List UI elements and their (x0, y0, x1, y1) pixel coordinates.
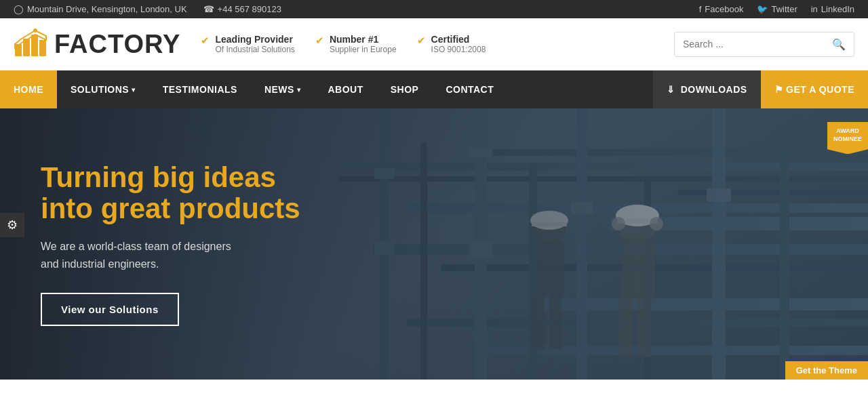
hero-title-line2: into great products (41, 192, 300, 224)
topbar-right: f Facebook 🐦 Twitter in LinkedIn (699, 4, 854, 14)
award-badge: AWARD NOMINEE (827, 122, 868, 154)
logo-icon (14, 25, 47, 63)
twitter-icon: 🐦 (757, 4, 768, 14)
check-icon-2: ✔ (315, 35, 324, 47)
feature-sub-1: Of Industrial Solutions (215, 45, 294, 54)
feature-certified: ✔ Certified ISO 9001:2008 (417, 34, 486, 54)
nav-news[interactable]: NEWS ▾ (251, 70, 315, 108)
search-input[interactable] (675, 33, 824, 55)
svg-rect-2 (31, 35, 38, 56)
award-line2: NOMINEE (831, 136, 864, 144)
get-theme-banner[interactable]: Get the Theme (785, 361, 868, 380)
feature-title-1: Leading Provider (215, 34, 294, 45)
hero-title: Turning big ideas into great products (41, 162, 300, 224)
get-theme-label: Get the Theme (796, 365, 857, 375)
facebook-icon: f (699, 4, 702, 14)
hero-title-line1: Turning big ideas (41, 161, 276, 193)
nav-news-label: NEWS (264, 84, 294, 95)
linkedin-icon: in (811, 4, 818, 14)
facebook-label: Facebook (705, 4, 743, 14)
nav-shop[interactable]: SHOP (377, 70, 433, 108)
solutions-chevron: ▾ (132, 86, 136, 94)
navbar: ⚙ HOME SOLUTIONS ▾ TESTIMONIALS NEWS ▾ A… (0, 70, 868, 108)
hero-subtitle: We are a world-class team of designersan… (41, 238, 300, 272)
hero-cta-label: View our Solutions (61, 304, 159, 315)
hero-cta-button[interactable]: View our Solutions (41, 293, 179, 326)
nav-about-label: ABOUT (328, 84, 363, 95)
logo-text: FACTORY (54, 30, 180, 59)
feature-title-3: Certified (431, 34, 486, 45)
nav-solutions[interactable]: SOLUTIONS ▾ (57, 70, 149, 108)
phone-text: +44 567 890123 (218, 4, 281, 14)
twitter-label: Twitter (771, 4, 797, 14)
nav-solutions-label: SOLUTIONS (71, 84, 129, 95)
search-button[interactable]: 🔍 (824, 33, 854, 56)
twitter-link[interactable]: 🐦 Twitter (757, 4, 797, 14)
feature-title-2: Number #1 (330, 34, 397, 45)
nav-downloads-label: DOWNLOADS (681, 84, 747, 95)
svg-point-5 (33, 28, 37, 33)
phone-icon: ☎ (203, 4, 214, 14)
topbar-left: ◯ Mountain Drive, Kensington, London, UK… (14, 4, 281, 14)
nav-contact[interactable]: CONTACT (432, 70, 507, 108)
award-line1: AWARD (831, 127, 864, 136)
hero-section: Turning big ideas into great products We… (0, 108, 868, 380)
search-icon: 🔍 (832, 39, 846, 50)
nav-home-label: HOME (14, 84, 43, 95)
nav-downloads[interactable]: ⇓ DOWNLOADS (653, 70, 760, 108)
address-text: Mountain Drive, Kensington, London, UK (27, 4, 187, 14)
download-icon: ⇓ (667, 84, 675, 95)
news-chevron: ▾ (297, 86, 301, 94)
topbar: ◯ Mountain Drive, Kensington, London, UK… (0, 0, 868, 18)
nav-quote-label: GET A QUOTE (786, 84, 854, 95)
settings-button[interactable]: ⚙ (0, 213, 24, 237)
feature-sub-3: ISO 9001:2008 (431, 45, 486, 54)
svg-rect-3 (39, 40, 46, 56)
nav-testimonials[interactable]: TESTIMONIALS (149, 70, 251, 108)
linkedin-link[interactable]: in LinkedIn (811, 4, 854, 14)
nav-home[interactable]: HOME (0, 70, 57, 108)
check-icon-1: ✔ (201, 35, 210, 47)
header-features: ✔ Leading Provider Of Industrial Solutio… (201, 34, 654, 54)
gear-icon: ⚙ (7, 218, 18, 232)
nav-get-quote[interactable]: ⚑ GET A QUOTE (761, 70, 868, 108)
nav-contact-label: CONTACT (446, 84, 494, 95)
nav-about[interactable]: ABOUT (314, 70, 376, 108)
flag-icon: ⚑ (774, 84, 784, 95)
search-box[interactable]: 🔍 (674, 32, 854, 57)
address-item: ◯ Mountain Drive, Kensington, London, UK (14, 4, 187, 14)
logo-area: FACTORY (14, 25, 180, 63)
facebook-link[interactable]: f Facebook (699, 4, 744, 14)
check-icon-3: ✔ (417, 35, 426, 47)
linkedin-label: LinkedIn (821, 4, 854, 14)
feature-sub-2: Supplier in Europe (330, 45, 397, 54)
nav-testimonials-label: TESTIMONIALS (163, 84, 237, 95)
feature-number: ✔ Number #1 Supplier in Europe (315, 34, 397, 54)
phone-item: ☎ +44 567 890123 (203, 4, 281, 14)
header: FACTORY ✔ Leading Provider Of Industrial… (0, 18, 868, 70)
nav-shop-label: SHOP (391, 84, 419, 95)
location-icon: ◯ (14, 4, 24, 14)
hero-content: Turning big ideas into great products We… (0, 162, 341, 327)
feature-leading: ✔ Leading Provider Of Industrial Solutio… (201, 34, 294, 54)
